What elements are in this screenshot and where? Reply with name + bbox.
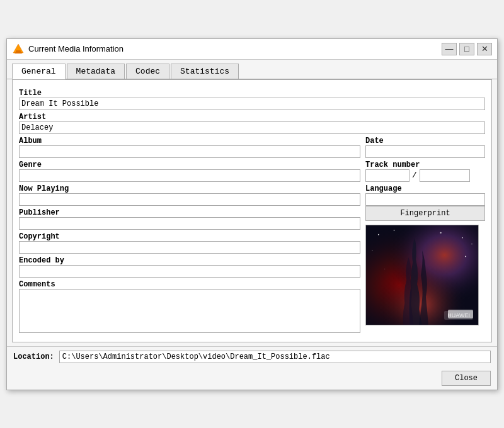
svg-rect-1 [16, 50, 21, 52]
huawei-logo: HUAWEI [444, 311, 473, 320]
album-label: Album [19, 137, 360, 145]
language-input[interactable] [365, 193, 485, 206]
tab-content: Title Artist Album Date Genre Track numb… [12, 79, 492, 342]
svg-point-13 [471, 243, 472, 244]
svg-point-12 [465, 256, 466, 257]
now-playing-input[interactable] [19, 193, 360, 206]
date-label: Date [365, 137, 485, 145]
artist-input[interactable] [19, 121, 485, 134]
svg-point-14 [384, 268, 385, 269]
track-separator: / [412, 171, 417, 180]
location-value: C:\Users\Administrator\Desktop\video\Dre… [59, 351, 491, 363]
svg-point-11 [372, 249, 372, 250]
genre-label: Genre [19, 160, 360, 169]
title-bar: Current Media Information — □ ✕ [7, 39, 497, 60]
now-playing-label: Now Playing [19, 184, 360, 193]
encoded-by-label: Encoded by [19, 256, 360, 265]
copyright-input[interactable] [19, 241, 360, 254]
publisher-input[interactable] [19, 217, 360, 230]
album-art: HUAWEI [365, 225, 479, 325]
svg-point-7 [378, 234, 379, 235]
title-controls: — □ ✕ [442, 43, 492, 55]
language-label: Language [365, 184, 485, 193]
album-input[interactable] [19, 145, 360, 158]
svg-point-9 [440, 232, 441, 233]
nebula-art: HUAWEI [366, 225, 478, 325]
copyright-label: Copyright [19, 232, 360, 241]
date-input[interactable] [365, 145, 485, 158]
comments-label: Comments [19, 280, 360, 289]
window-title: Current Media Information [28, 44, 123, 54]
minimize-button[interactable]: — [442, 43, 457, 55]
genre-input[interactable] [19, 169, 360, 182]
tab-metadata[interactable]: Metadata [67, 64, 125, 79]
location-label: Location: [13, 352, 54, 361]
track-total-input[interactable] [420, 169, 470, 182]
title-label: Title [19, 89, 485, 98]
tab-bar: General Metadata Codec Statistics [7, 60, 497, 79]
vlc-icon [12, 43, 25, 55]
location-bar: Location: C:\Users\Administrator\Desktop… [7, 346, 497, 367]
maximize-button[interactable]: □ [459, 43, 474, 55]
svg-point-8 [394, 230, 395, 231]
track-number-label: Track number [365, 160, 485, 169]
comments-input[interactable] [19, 289, 360, 333]
bottom-bar: Close [7, 367, 497, 390]
encoded-by-input[interactable] [19, 265, 360, 278]
tab-statistics[interactable]: Statistics [171, 64, 239, 79]
tab-general[interactable]: General [12, 64, 66, 79]
track-number-input[interactable] [365, 169, 410, 182]
main-window: Current Media Information — □ ✕ General … [6, 38, 498, 390]
close-button[interactable]: Close [442, 371, 491, 386]
svg-point-10 [462, 237, 463, 238]
tab-codec[interactable]: Codec [126, 64, 169, 79]
title-input[interactable] [19, 98, 485, 110]
publisher-label: Publisher [19, 208, 360, 217]
fingerprint-button[interactable]: Fingerprint [365, 206, 485, 221]
artist-label: Artist [19, 113, 485, 121]
nowplaying-language-row: Now Playing Language [19, 182, 485, 206]
lower-section: Publisher Copyright Encoded by Comments … [19, 206, 485, 335]
title-bar-left: Current Media Information [12, 43, 123, 55]
album-date-row: Album Date [19, 134, 485, 158]
genre-track-row: Genre Track number / [19, 158, 485, 182]
window-close-button[interactable]: ✕ [477, 43, 492, 55]
svg-rect-2 [14, 52, 22, 54]
